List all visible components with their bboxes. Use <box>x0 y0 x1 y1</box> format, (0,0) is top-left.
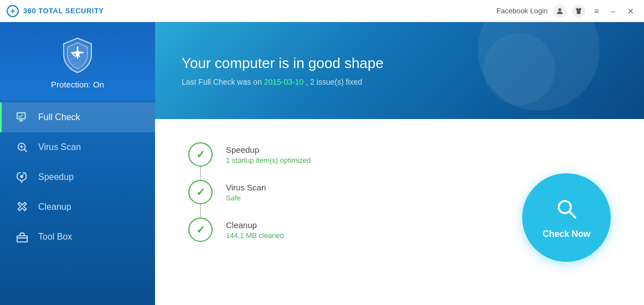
check-item-virus-scan: ✓ Virus Scan Safe <box>188 173 522 211</box>
hero-subtitle: Last Full Check was on 2015-03-10 , 2 is… <box>182 77 617 86</box>
minimize-btn[interactable]: – <box>607 6 619 17</box>
check-circle-cleanup: ✓ <box>188 218 213 242</box>
sidebar-item-full-check[interactable]: Full Check <box>0 102 155 132</box>
sidebar-item-speedup-label: Speedup <box>38 172 74 182</box>
sidebar: Protection: On Full Check <box>0 22 155 305</box>
sidebar-item-cleanup-label: Cleanup <box>38 202 71 212</box>
sidebar-item-tool-box-label: Tool Box <box>38 232 72 242</box>
title-bar: + 360 TOTAL SECURITY Facebook Login ≡ – … <box>0 0 644 22</box>
sidebar-item-speedup[interactable]: Speedup <box>0 162 155 192</box>
svg-rect-9 <box>17 236 27 242</box>
protection-label: Protection: On <box>51 80 104 89</box>
check-now-search-icon <box>554 197 579 226</box>
content: Your computer is in good shape Last Full… <box>155 22 644 305</box>
check-detail-virus-scan: Safe <box>226 194 266 202</box>
app-title: 360 TOTAL SECURITY <box>23 7 104 15</box>
subtitle-suffix: , 2 issue(s) fixed <box>303 77 362 86</box>
title-bar-right: Facebook Login ≡ – ✕ <box>497 4 637 18</box>
sidebar-item-cleanup[interactable]: Cleanup <box>0 192 155 222</box>
check-detail-speedup: 1 startup item(s) optimized <box>226 156 311 164</box>
full-check-icon <box>15 111 29 123</box>
speedup-icon <box>15 171 29 183</box>
hero-date: 2015-03-10 <box>264 77 304 86</box>
virus-scan-icon <box>15 141 29 153</box>
check-tick-speedup: ✓ <box>196 148 205 161</box>
subtitle-prefix: Last Full Check was on <box>182 77 264 86</box>
sidebar-nav: Full Check Virus Scan <box>0 102 155 252</box>
shirt-icon[interactable] <box>572 4 585 18</box>
sidebar-item-full-check-label: Full Check <box>38 112 80 122</box>
check-name-speedup: Speedup <box>226 145 311 154</box>
hero-banner: Your computer is in good shape Last Full… <box>155 22 644 119</box>
main-layout: Protection: On Full Check <box>0 22 644 305</box>
check-info-speedup: Speedup 1 startup item(s) optimized <box>226 145 311 164</box>
svg-point-0 <box>558 8 561 11</box>
sidebar-header: Protection: On <box>0 22 155 100</box>
check-name-virus-scan: Virus Scan <box>226 183 266 192</box>
user-icon[interactable] <box>553 4 566 18</box>
svg-line-5 <box>24 149 27 152</box>
tool-box-icon <box>15 231 29 243</box>
close-btn[interactable]: ✕ <box>624 6 637 17</box>
check-area: ✓ Speedup 1 startup item(s) optimized ✓ <box>155 119 644 305</box>
check-now-button[interactable]: Check Now <box>522 173 611 262</box>
check-circle-speedup: ✓ <box>188 142 213 167</box>
shield-icon <box>58 35 97 74</box>
check-item-speedup: ✓ Speedup 1 startup item(s) optimized <box>188 136 522 173</box>
sidebar-item-virus-scan[interactable]: Virus Scan <box>0 132 155 162</box>
menu-btn[interactable]: ≡ <box>591 6 602 17</box>
app-logo: + <box>7 5 19 17</box>
check-tick-cleanup: ✓ <box>196 223 205 236</box>
check-name-cleanup: Cleanup <box>226 220 284 230</box>
check-items-list: ✓ Speedup 1 startup item(s) optimized ✓ <box>188 130 522 305</box>
hero-title: Your computer is in good shape <box>182 55 617 72</box>
check-info-virus-scan: Virus Scan Safe <box>226 183 266 202</box>
svg-line-12 <box>569 211 575 218</box>
check-tick-virus-scan: ✓ <box>196 185 205 199</box>
check-circle-virus-scan: ✓ <box>188 180 213 204</box>
check-detail-cleanup: 144.1 MB cleaned <box>226 231 284 240</box>
sidebar-item-virus-scan-label: Virus Scan <box>38 142 81 152</box>
cleanup-icon <box>15 201 29 213</box>
check-info-cleanup: Cleanup 144.1 MB cleaned <box>226 220 284 240</box>
check-now-label: Check Now <box>543 229 590 239</box>
fb-login-text: Facebook Login <box>497 7 548 15</box>
app-logo-plus: + <box>11 7 15 15</box>
title-bar-left: + 360 TOTAL SECURITY <box>7 5 104 17</box>
check-item-cleanup: ✓ Cleanup 144.1 MB cleaned <box>188 211 522 249</box>
sidebar-item-tool-box[interactable]: Tool Box <box>0 222 155 252</box>
